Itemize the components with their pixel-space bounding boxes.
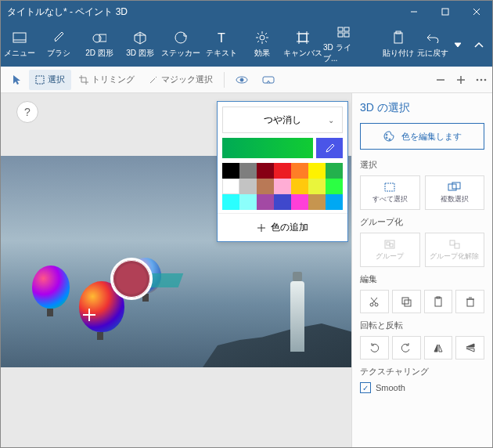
2d-shapes-tab[interactable]: 2D 図形 xyxy=(79,23,120,67)
cut-icon xyxy=(369,296,380,307)
pointer-tool[interactable] xyxy=(5,70,27,90)
select-tool[interactable]: 選択 xyxy=(29,70,71,90)
rotate-right-button[interactable] xyxy=(392,336,421,359)
3d-shapes-tab[interactable]: 3D 図形 xyxy=(120,23,160,67)
shapes-3d-icon xyxy=(133,31,147,45)
copy-button[interactable] xyxy=(392,290,421,313)
menu-button[interactable]: メニュー xyxy=(1,23,38,67)
add-color-button[interactable]: 色の追加 xyxy=(218,213,347,241)
swatch[interactable] xyxy=(291,194,308,210)
cut-button[interactable] xyxy=(360,290,389,313)
mixed-reality-button[interactable] xyxy=(256,70,281,90)
check-icon: ✓ xyxy=(360,382,371,393)
help-button[interactable]: ? xyxy=(16,101,38,123)
rotate-right-icon xyxy=(401,342,412,353)
section-select-label: 選択 xyxy=(360,159,484,171)
swatch[interactable] xyxy=(326,163,343,179)
swatch[interactable] xyxy=(257,194,274,210)
collapse-ribbon-button[interactable] xyxy=(466,23,492,67)
ungroup-icon xyxy=(448,239,461,250)
multi-select-icon xyxy=(448,182,462,193)
zoom-in-button[interactable] xyxy=(455,74,467,86)
swatch[interactable] xyxy=(326,194,343,210)
swatch[interactable] xyxy=(239,179,257,194)
text-tab[interactable]: T テキスト xyxy=(201,23,242,67)
minimize-button[interactable] xyxy=(398,1,430,23)
current-color-swatch[interactable] xyxy=(222,138,313,158)
close-button[interactable] xyxy=(461,1,492,23)
swatch[interactable] xyxy=(308,179,326,194)
svg-point-44 xyxy=(386,134,387,135)
zoom-out-button[interactable] xyxy=(434,74,447,86)
svg-line-15 xyxy=(257,33,259,34)
edit-color-button[interactable]: 色を編集します xyxy=(360,123,484,150)
effects-tab[interactable]: 効果 xyxy=(242,23,282,67)
brush-tab[interactable]: ブラシ xyxy=(38,23,79,67)
swatch[interactable] xyxy=(239,194,257,210)
crop-icon xyxy=(79,75,88,85)
palette-icon xyxy=(383,130,395,143)
canvas-area[interactable]: ? つや消し ⌄ xyxy=(1,93,351,447)
swatch[interactable] xyxy=(222,179,239,194)
svg-line-17 xyxy=(265,33,267,34)
swatch[interactable] xyxy=(257,163,274,179)
undo-button[interactable]: 元に戻す xyxy=(416,23,450,67)
multi-select-button[interactable]: 複数選択 xyxy=(425,175,485,210)
3d-sphere-object[interactable] xyxy=(110,258,153,300)
svg-marker-66 xyxy=(434,345,437,352)
crop-tool[interactable]: トリミング xyxy=(73,70,141,90)
swatch[interactable] xyxy=(274,163,291,179)
svg-point-55 xyxy=(370,303,373,306)
smooth-checkbox[interactable]: ✓ Smooth xyxy=(360,382,484,393)
swatch[interactable] xyxy=(274,179,291,194)
flip-vertical-button[interactable] xyxy=(455,336,484,359)
swatch[interactable] xyxy=(308,194,326,210)
flip-horizontal-button[interactable] xyxy=(424,336,453,359)
paste-button-side[interactable] xyxy=(424,290,453,313)
current-color-row xyxy=(222,138,343,158)
eyedropper-button[interactable] xyxy=(316,138,343,158)
more-button[interactable] xyxy=(475,74,488,86)
svg-line-16 xyxy=(265,41,267,42)
move-handle[interactable] xyxy=(83,309,95,321)
delete-button[interactable] xyxy=(455,290,484,313)
history-dropdown[interactable] xyxy=(450,39,466,50)
svg-rect-4 xyxy=(13,33,26,42)
section-rotate-label: 回転と反転 xyxy=(360,320,484,331)
group-icon xyxy=(383,239,396,250)
canvas-icon xyxy=(296,31,310,45)
select-all-icon xyxy=(383,182,396,193)
sticker-tab[interactable]: ステッカー xyxy=(160,23,201,67)
svg-point-56 xyxy=(375,303,378,306)
library-icon xyxy=(336,25,351,39)
3d-view-button[interactable] xyxy=(229,70,254,90)
magic-select-tool[interactable]: マジック選択 xyxy=(142,70,219,90)
swatch[interactable] xyxy=(291,179,308,194)
svg-rect-61 xyxy=(435,298,441,306)
select-all-button[interactable]: すべて選択 xyxy=(360,175,420,210)
swatch[interactable] xyxy=(291,163,308,179)
maximize-button[interactable] xyxy=(430,1,461,23)
3d-library-tab[interactable]: 3D ライブ... xyxy=(323,23,364,67)
swatch[interactable] xyxy=(274,194,291,210)
color-swatch-grid xyxy=(222,163,343,210)
svg-rect-54 xyxy=(455,244,459,248)
canvas-tab[interactable]: キャンバス xyxy=(282,23,323,67)
svg-rect-59 xyxy=(402,298,408,304)
chevron-down-icon: ⌄ xyxy=(328,116,334,125)
swatch[interactable] xyxy=(326,179,343,194)
svg-rect-52 xyxy=(390,244,393,247)
swatch[interactable] xyxy=(222,194,239,210)
swatch[interactable] xyxy=(222,163,239,179)
svg-point-8 xyxy=(175,32,186,43)
sticker-icon xyxy=(174,31,188,45)
swatch[interactable] xyxy=(239,163,257,179)
paste-button[interactable]: 貼り付け xyxy=(381,23,416,67)
swatch[interactable] xyxy=(257,179,274,194)
rotate-left-button[interactable] xyxy=(360,336,389,359)
svg-rect-35 xyxy=(263,77,274,83)
material-finish-dropdown[interactable]: つや消し ⌄ xyxy=(222,107,343,133)
swatch[interactable] xyxy=(308,163,326,179)
body: ? つや消し ⌄ xyxy=(1,93,492,447)
svg-point-41 xyxy=(484,78,487,81)
